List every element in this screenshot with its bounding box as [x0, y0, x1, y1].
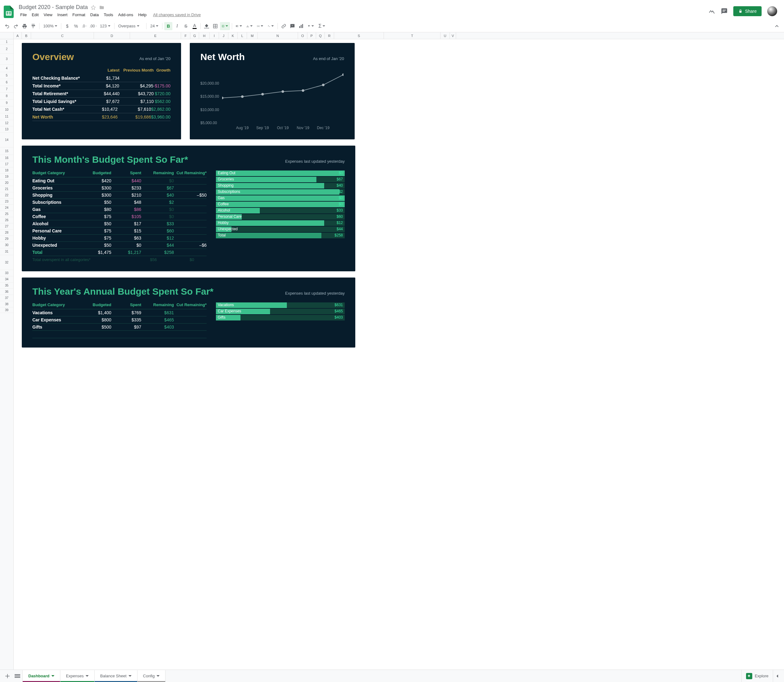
menu-tools[interactable]: Tools [101, 11, 115, 18]
activity-icon[interactable] [708, 8, 715, 14]
explore-button[interactable]: ✦ Explore [741, 670, 773, 682]
row-22[interactable]: 22 [0, 192, 13, 199]
col-P[interactable]: P [308, 32, 316, 39]
row-10[interactable]: 10 [0, 107, 13, 113]
text-color-button[interactable]: A [190, 22, 199, 30]
menu-format[interactable]: Format [70, 11, 88, 18]
row-3[interactable]: 3 [0, 54, 13, 65]
row-31[interactable]: 31 [0, 248, 13, 255]
row-24[interactable]: 24 [0, 205, 13, 211]
row-26[interactable]: 26 [0, 217, 13, 223]
decrease-decimal-icon[interactable]: .0← [81, 22, 89, 30]
avatar[interactable] [767, 6, 777, 16]
text-rotation-button[interactable]: A [266, 22, 276, 30]
star-icon[interactable] [91, 5, 96, 10]
row-9[interactable]: 9 [0, 100, 13, 107]
row-1[interactable]: 1 [0, 39, 13, 45]
col-R[interactable]: R [325, 32, 334, 39]
row-4[interactable]: 4 [0, 65, 13, 72]
row-30[interactable]: 30 [0, 242, 13, 248]
insert-chart-icon[interactable] [297, 22, 305, 30]
col-S[interactable]: S [334, 32, 384, 39]
add-sheet-button[interactable] [3, 671, 13, 681]
undo-icon[interactable] [3, 22, 11, 30]
row-7[interactable]: 7 [0, 86, 13, 93]
select-all-corner[interactable] [0, 32, 14, 39]
comments-icon[interactable] [721, 8, 728, 14]
row-6[interactable]: 6 [0, 79, 13, 86]
row-21[interactable]: 21 [0, 186, 13, 192]
col-F[interactable]: F [181, 32, 190, 39]
collapse-toolbar-icon[interactable] [773, 22, 781, 30]
functions-button[interactable]: Σ [316, 22, 327, 30]
merge-cells-button[interactable] [220, 22, 230, 30]
share-button[interactable]: Share [733, 6, 762, 16]
menu-edit[interactable]: Edit [30, 11, 41, 18]
sheets-logo-icon[interactable] [3, 6, 15, 18]
text-wrap-button[interactable] [255, 22, 265, 30]
row-34[interactable]: 34 [0, 276, 13, 282]
hide-sidepanel-button[interactable] [773, 670, 781, 682]
row-29[interactable]: 29 [0, 236, 13, 242]
col-U[interactable]: U [441, 32, 450, 39]
col-K[interactable]: K [228, 32, 238, 39]
col-L[interactable]: L [238, 32, 247, 39]
row-16[interactable]: 16 [0, 155, 13, 161]
row-14[interactable]: 14 [0, 132, 13, 148]
row-13[interactable]: 13 [0, 126, 13, 132]
row-23[interactable]: 23 [0, 199, 13, 205]
row-20[interactable]: 20 [0, 180, 13, 186]
row-36[interactable]: 36 [0, 289, 13, 295]
folder-icon[interactable] [99, 5, 105, 10]
row-33[interactable]: 33 [0, 270, 13, 276]
fill-color-button[interactable] [202, 22, 210, 30]
row-18[interactable]: 18 [0, 167, 13, 174]
print-icon[interactable] [21, 22, 29, 30]
col-Q[interactable]: Q [316, 32, 325, 39]
row-5[interactable]: 5 [0, 72, 13, 79]
row-37[interactable]: 37 [0, 295, 13, 301]
italic-button[interactable]: I [173, 22, 181, 30]
col-A[interactable]: A [14, 32, 22, 39]
col-H[interactable]: H [199, 32, 210, 39]
all-sheets-button[interactable] [13, 671, 22, 681]
col-G[interactable]: G [190, 32, 199, 39]
col-E[interactable]: E [130, 32, 181, 39]
tab-config[interactable]: Config [137, 670, 166, 682]
row-35[interactable]: 35 [0, 282, 13, 289]
vertical-align-button[interactable] [245, 22, 255, 30]
menu-add-ons[interactable]: Add-ons [116, 11, 135, 18]
menu-file[interactable]: File [18, 11, 29, 18]
borders-button[interactable] [211, 22, 219, 30]
col-D[interactable]: D [94, 32, 130, 39]
col-M[interactable]: M [247, 32, 258, 39]
menu-help[interactable]: Help [136, 11, 149, 18]
tab-dashboard[interactable]: Dashboard [22, 670, 61, 682]
saved-status[interactable]: All changes saved in Drive [153, 11, 201, 18]
increase-decimal-icon[interactable]: .00→ [89, 22, 97, 30]
row-32[interactable]: 32 [0, 255, 13, 270]
menu-data[interactable]: Data [88, 11, 101, 18]
row-38[interactable]: 38 [0, 301, 13, 308]
menu-view[interactable]: View [41, 11, 54, 18]
insert-comment-icon[interactable]: + [288, 22, 296, 30]
bold-button[interactable]: B [164, 22, 172, 30]
col-B[interactable]: B [22, 32, 31, 39]
filter-button[interactable] [306, 22, 316, 30]
strikethrough-button[interactable]: S [182, 22, 190, 30]
currency-icon[interactable]: $ [63, 22, 71, 30]
document-title[interactable]: Budget 2020 - Sample Data [19, 4, 88, 11]
row-25[interactable]: 25 [0, 211, 13, 217]
col-I[interactable]: I [210, 32, 219, 39]
horizontal-align-button[interactable] [234, 22, 244, 30]
row-2[interactable]: 2 [0, 45, 13, 54]
col-C[interactable]: C [31, 32, 94, 39]
row-15[interactable]: 15 [0, 148, 13, 155]
zoom-select[interactable]: 100% [41, 22, 59, 30]
row-27[interactable]: 27 [0, 223, 13, 229]
tab-balance-sheet[interactable]: Balance Sheet [95, 670, 137, 682]
number-format-select[interactable]: 123 [98, 22, 112, 30]
col-J[interactable]: J [219, 32, 228, 39]
percent-icon[interactable]: % [72, 22, 80, 30]
col-N[interactable]: N [258, 32, 298, 39]
